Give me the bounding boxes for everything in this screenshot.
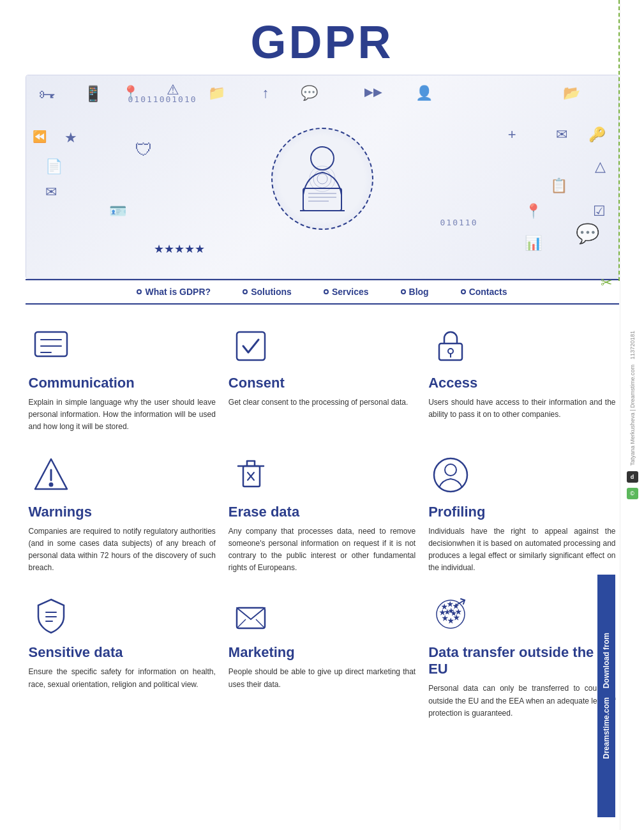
svg-text:★: ★ <box>441 610 444 614</box>
nav-item-solutions[interactable]: Solutions <box>243 287 292 297</box>
data-transfer-text: Personal data can only be transferred to… <box>428 683 615 720</box>
erase-title: Erase data <box>228 504 299 520</box>
nav-label-1: What is GDPR? <box>145 287 211 297</box>
svg-point-6 <box>317 174 327 184</box>
nav-item-services[interactable]: Services <box>324 287 369 297</box>
nav-dot-2 <box>243 289 248 294</box>
email-icon: ✉ <box>45 184 57 200</box>
svg-point-19 <box>49 483 52 486</box>
bar-chart-icon: 📊 <box>525 235 542 252</box>
checkmark-icon: ☑ <box>593 203 606 220</box>
watermark-icon-green: © <box>627 488 638 499</box>
mail-icon-right: ✉ <box>556 126 567 143</box>
triangle-right-icon: △ <box>595 158 606 175</box>
watermark-icon-dark: d <box>627 471 638 483</box>
central-figure <box>271 128 373 230</box>
svg-line-34 <box>256 619 265 628</box>
nav-label-3: Services <box>332 287 369 297</box>
profiling-title: Profiling <box>428 504 485 520</box>
mobile-icon: 📱 <box>84 85 103 103</box>
data-transfer-title: Data transfer outside the EU <box>428 644 615 677</box>
svg-point-28 <box>445 464 456 476</box>
watermark-author: Tatyana Merkusheva | Dreamstime.com <box>629 365 636 465</box>
nav-label-2: Solutions <box>251 287 292 297</box>
star-icon: ★ <box>64 130 77 146</box>
communication-icon <box>29 324 73 368</box>
erase-icon <box>228 453 273 497</box>
key-icon-right: 🔑 <box>588 126 606 143</box>
card-erase: Erase data Any company that processes da… <box>228 453 416 575</box>
document-icon: 📄 <box>45 158 63 175</box>
svg-text:★: ★ <box>444 616 447 620</box>
warnings-icon <box>29 453 73 497</box>
communication-text: Explain in simple language why the user … <box>29 396 216 434</box>
marketing-text: People should be able to give up direct … <box>228 666 416 690</box>
access-title: Access <box>428 375 477 391</box>
nav-bar: What is GDPR? Solutions Services Blog Co… <box>26 279 619 305</box>
nav-dot-3 <box>324 289 329 294</box>
access-text: Users should have access to their inform… <box>428 396 615 421</box>
card-sensitive: Sensitive data Ensure the specific safet… <box>29 593 216 720</box>
main-content: GDPR 01011001010 010110 ★★★★★ 🗝 📱 📍 ⚠ 📁 … <box>13 0 632 739</box>
binary-text-2: 010110 <box>440 218 478 227</box>
location-icon: 📍 <box>122 85 139 102</box>
card-consent: Consent Get clear consent to the process… <box>228 324 416 434</box>
location-right-icon: 📍 <box>525 203 542 220</box>
sensitive-icon <box>29 593 73 638</box>
nav-item-contacts[interactable]: Contacts <box>461 287 507 297</box>
key-icon: 🗝 <box>39 85 56 105</box>
cards-row-2: Warnings Companies are required to notif… <box>19 453 625 594</box>
id-card-icon: 🪪 <box>109 203 126 220</box>
card-marketing: Marketing People should be able to give … <box>228 593 416 720</box>
warnings-title: Warnings <box>29 504 92 520</box>
shield-icon: 🛡 <box>135 139 153 160</box>
scissors-icon: ✂ <box>601 275 612 291</box>
nav-item-blog[interactable]: Blog <box>401 287 429 297</box>
svg-text:★: ★ <box>443 605 446 608</box>
card-data-transfer: ★ ★ ★ ★ ★ ★ ★ ★ ★ ★ ★ Data transfer outs… <box>428 593 615 720</box>
arrow-up-icon: ↑ <box>262 85 269 102</box>
nav-label-4: Blog <box>409 287 429 297</box>
consent-title: Consent <box>228 375 285 391</box>
person-svg <box>284 140 361 217</box>
nav-label-5: Contacts <box>469 287 507 297</box>
triangle-icon: ⚠ <box>167 82 179 98</box>
play-icon: ▶▶ <box>364 85 382 99</box>
plus-icon: + <box>508 126 516 143</box>
folder-icon-right: 📂 <box>563 85 580 102</box>
nav-item-gdpr[interactable]: What is GDPR? <box>137 287 211 297</box>
marketing-icon-el <box>228 593 273 638</box>
speech-bubble-icon: 💬 <box>576 222 599 245</box>
card-communication: Communication Explain in simple language… <box>29 324 216 434</box>
svg-line-33 <box>237 619 246 628</box>
folder-icon-hero: 📁 <box>208 85 225 102</box>
svg-rect-13 <box>237 332 265 360</box>
nav-dot-4 <box>401 289 406 294</box>
svg-text:★: ★ <box>457 610 460 614</box>
person-circle <box>271 128 373 230</box>
profiling-icon <box>428 453 473 497</box>
dreamstime-label: Dreamstime.com <box>601 694 612 762</box>
svg-text:★: ★ <box>446 610 449 614</box>
card-warnings: Warnings Companies are required to notif… <box>29 453 216 575</box>
card-access: Access Users should have access to their… <box>428 324 615 434</box>
watermark-id: 113720181 <box>629 331 636 359</box>
title-section: GDPR <box>19 0 625 75</box>
svg-text:★: ★ <box>453 612 455 615</box>
consent-icon <box>228 324 273 368</box>
user-icon: 👤 <box>416 85 433 102</box>
stars-row: ★★★★★ <box>154 242 205 256</box>
cards-row-3: Sensitive data Ensure the specific safet… <box>19 593 625 739</box>
transfer-icon-el: ★ ★ ★ ★ ★ ★ ★ ★ ★ ★ ★ <box>428 593 473 638</box>
side-watermark: 113720181 Tatyana Merkusheva | Dreamstim… <box>620 0 644 830</box>
document-right-icon: 📋 <box>550 177 567 194</box>
nav-dot-1 <box>137 289 142 294</box>
hero-banner: 01011001010 010110 ★★★★★ 🗝 📱 📍 ⚠ 📁 ↑ 💬 ▶… <box>26 75 619 279</box>
sensitive-text: Ensure the specific safety for informati… <box>29 666 216 690</box>
warnings-text: Companies are required to notify regulat… <box>29 525 216 575</box>
nav-dot-5 <box>461 289 466 294</box>
erase-text: Any company that processes data, need to… <box>228 525 416 575</box>
page-title: GDPR <box>19 16 625 68</box>
svg-rect-14 <box>439 343 462 360</box>
chat-bubble-icon: 💬 <box>301 85 318 102</box>
